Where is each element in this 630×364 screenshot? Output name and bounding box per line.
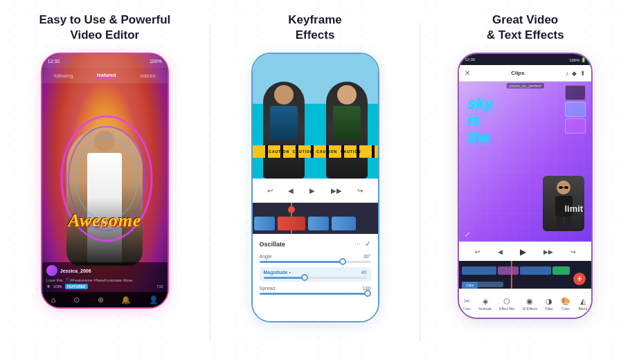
kf-magnitude-param: Magnitude • 40 [260, 267, 371, 282]
kf-rewind-icon: ↩ [267, 187, 273, 194]
kf-figure-left [263, 82, 305, 179]
kf-spread-fill [260, 293, 371, 295]
kf-caution-tape: CAUTION CAUTION CAUTION CAUTION [253, 145, 378, 158]
p3-sky-text: skyisthe [467, 95, 493, 146]
svg-rect-9 [564, 186, 568, 189]
p3-tab-blend[interactable]: ◭ Blend [579, 297, 588, 311]
panel-2: Keyframe Effects CAUTION CAUTION CAUTION… [210, 0, 420, 364]
p3-tab-effect-mix[interactable]: ⬡ Effect Mix [499, 297, 514, 311]
p3-toolbar-icons: ♪ ◆ ⬆ [566, 70, 586, 77]
phone1-eye-icon: 👁 [46, 284, 51, 289]
p3-playhead [511, 261, 512, 289]
p3-clips-label: Clips [463, 307, 471, 311]
phone1-battery: 100% [150, 59, 162, 64]
p3-tab-clips[interactable]: ✂ Clips [463, 297, 471, 311]
p3-next-icon[interactable]: ▶▶ [543, 248, 553, 255]
phone-screen-1: Awesome 12:30 100% following featured no… [42, 54, 168, 307]
panel3-title: Great Video & Text Effects [487, 12, 564, 43]
p3-timeline: + Clips [459, 261, 591, 289]
kf-forward-icon: ↪ [357, 187, 363, 194]
phone1-noticed: noticed [140, 73, 156, 78]
p3-tab-animate[interactable]: ◈ Animate [479, 297, 492, 311]
p3-limit-text: limit [564, 203, 583, 214]
kf-effect-name: Oscillate [260, 241, 286, 248]
kf-magnitude-fill [264, 277, 305, 279]
phone1-awesome-text: Awesome [42, 210, 168, 231]
p3-active-track-label: Clips [462, 282, 478, 289]
p3-animate-icon: ◈ [483, 297, 488, 306]
p3-tab-ai-effects[interactable]: ◉ AI Effects [523, 297, 537, 311]
kf-timeline [253, 203, 378, 234]
p3-battery: 100% 🔋 [569, 57, 586, 62]
kf-magnitude-label: Magnitude • 40 [264, 270, 367, 275]
phone-mockup-2: CAUTION CAUTION CAUTION CAUTION ↩ ◀ ▶ ▶▶… [251, 53, 379, 322]
kf-angle-slider[interactable] [260, 261, 371, 263]
p3-ai-effects-icon: ◉ [526, 297, 533, 306]
kf-panel-actions: ··· ✓ [354, 239, 370, 248]
kf-confirm-icon: ✓ [365, 239, 371, 248]
kf-angle-label: Angle 30° [260, 254, 371, 259]
tab-search-icon: ⊙ [73, 295, 80, 304]
p3-blend-label: Blend [579, 307, 588, 311]
svg-rect-8 [559, 186, 563, 189]
p3-export-icon[interactable]: ⬆ [580, 70, 586, 77]
p3-sticker-panel [565, 85, 586, 134]
phone1-caption: Love this 🎵 #Featureme #NewFunimate #lov… [46, 277, 163, 282]
p3-canvas-area: skyisthe [459, 82, 591, 242]
kf-angle-param: Angle 30° [260, 254, 371, 263]
p3-blend-icon: ◭ [580, 297, 586, 306]
phone-mockup-1: Awesome 12:30 100% following featured no… [41, 53, 169, 309]
p3-screen: 12:30 100% 🔋 ✕ Clips ♪ ◆ ⬆ sky [459, 54, 591, 318]
p3-tab-filter[interactable]: ◑ Filter [545, 297, 552, 311]
kf-clip-4 [332, 217, 356, 230]
p3-status-bar: 12:30 100% 🔋 [459, 54, 591, 65]
panel-1: Easy to Use & Powerful Video Editor Awes… [0, 0, 210, 364]
phone1-figure [66, 127, 143, 266]
p3-toolbar: ✕ Clips ♪ ◆ ⬆ [459, 65, 591, 82]
phone1-stats: 👁 308k FEATURED 732 [46, 284, 163, 289]
kf-spread-slider[interactable] [260, 293, 371, 295]
p3-rewind-icon[interactable]: ↩ [475, 248, 480, 255]
kf-magnitude-slider[interactable] [264, 277, 367, 279]
kf-more-icon: ··· [354, 240, 360, 248]
p3-time: 12:30 [465, 57, 475, 62]
p3-selected-indicator: youre_so_perfect [506, 83, 543, 89]
tab-notif-icon: 🔔 [121, 295, 131, 304]
p3-filter-icon: ◑ [546, 297, 552, 306]
phone1-username: Jessica_2006 [60, 269, 91, 273]
p3-clip-1 [462, 266, 496, 275]
kf-spread-label: Spread 100 [260, 286, 371, 291]
phone1-tabbar: ⌂ ⊙ ⊕ 🔔 👤 [42, 292, 168, 307]
kf-panel-header: Oscillate ··· ✓ [260, 239, 371, 248]
p3-tab-color[interactable]: 🎨 Color [561, 297, 570, 311]
p3-clips-icon: ✂ [464, 297, 470, 306]
kf-angle-fill [260, 261, 343, 263]
panel1-title: Easy to Use & Powerful Video Editor [39, 12, 170, 43]
tab-home-icon: ⌂ [51, 295, 56, 304]
kf-figure-right [326, 82, 368, 179]
kf-screen: CAUTION CAUTION CAUTION CAUTION ↩ ◀ ▶ ▶▶… [253, 54, 378, 321]
p3-tabbar: ✂ Clips ◈ Animate ⬡ Effect Mix ◉ AI Effe… [459, 289, 591, 318]
p3-prev-icon[interactable]: ◀ [498, 248, 503, 255]
p3-effect-mix-icon: ⬡ [503, 297, 510, 306]
kf-effect-panel: Oscillate ··· ✓ Angle 30° [253, 234, 378, 321]
phone1-likes: 732 [156, 284, 163, 289]
panel-3: Great Video & Text Effects 12:30 100% 🔋 … [420, 0, 630, 364]
kf-prev-icon: ◀ [288, 187, 294, 194]
p3-play-icon[interactable]: ▶ [520, 247, 526, 257]
kf-clip-3 [308, 217, 329, 230]
phone1-user-info: Jessica_2006 ··· Love this 🎵 #Featureme … [42, 262, 168, 292]
p3-clip-4 [552, 266, 570, 275]
kf-spread-thumb [364, 290, 371, 297]
p3-close-icon[interactable]: ✕ [465, 69, 470, 77]
p3-music-icon[interactable]: ♪ [566, 70, 569, 77]
p3-expand-icon[interactable]: ⤢ [465, 230, 470, 238]
kf-video-area: CAUTION CAUTION CAUTION CAUTION [253, 54, 378, 179]
p3-clip-3 [520, 266, 551, 275]
phone1-views: 308k [53, 284, 62, 289]
p3-clip-row [459, 266, 591, 275]
p3-sticker-icon[interactable]: ◆ [572, 70, 577, 77]
phone1-following: following [54, 73, 73, 78]
kf-angle-thumb [339, 258, 346, 265]
p3-forward-icon[interactable]: ↪ [570, 248, 576, 255]
